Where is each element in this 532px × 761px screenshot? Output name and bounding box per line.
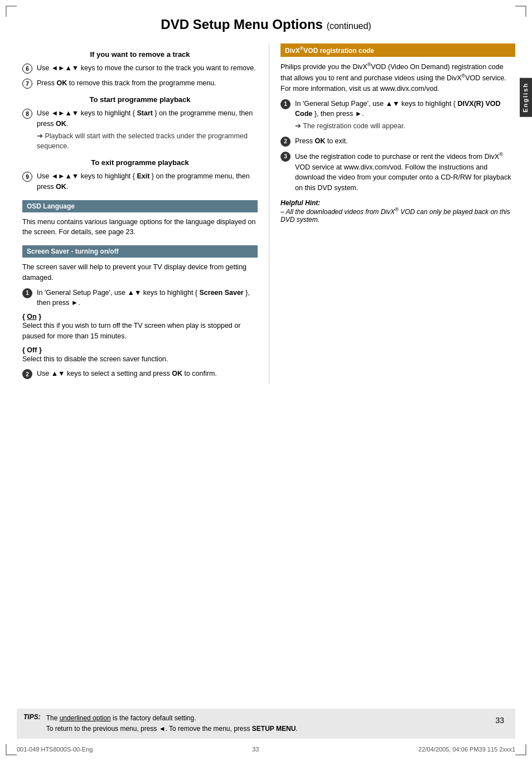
divx-intro-text: Philips provide you the DivX®VOD (Video … (280, 61, 515, 94)
item-8: 8 Use ◄►▲▼ keys to highlight { Start } o… (22, 108, 258, 152)
remove-track-title: If you want to remove a track (22, 50, 258, 59)
screensaver-item-2: 2 Use ▲▼ keys to select a setting and pr… (22, 369, 258, 379)
item-7-text: Press OK to remove this track from the p… (37, 78, 258, 89)
left-column: If you want to remove a track 6 Use ◄►▲▼… (22, 43, 269, 384)
exit-playback-title: To exit programme playback (22, 158, 258, 167)
tips-text-1: The underlined option is the factory def… (46, 714, 196, 722)
page-title: DVD Setup Menu Options (continued) (0, 17, 532, 32)
divx-item-3-number: 3 (280, 152, 291, 162)
item-6: 6 Use ◄►▲▼ keys to move the cursor to th… (22, 63, 258, 74)
off-option: { Off } Select this to disable the scree… (22, 346, 258, 365)
screensaver-item-1-number: 1 (22, 288, 32, 298)
divx-item-2-number: 2 (280, 137, 291, 147)
screensaver-item-2-text: Use ▲▼ keys to select a setting and pres… (37, 369, 258, 379)
page-wrapper: English DVD Setup Menu Options (continue… (0, 0, 532, 761)
page-footer: 001-049 HTS8000S-00-Eng 33 22/04/2005, 0… (17, 746, 515, 753)
osd-language-text: This menu contains various language opti… (22, 217, 258, 238)
page-title-continued: (continued) (327, 21, 371, 31)
on-option: { On } Select this if you wish to turn o… (22, 313, 258, 342)
item-7-number: 7 (22, 79, 32, 89)
item-8-number: 8 (22, 109, 32, 119)
right-column: DivX®VOD registration code Philips provi… (269, 43, 515, 384)
item-9-number: 9 (22, 172, 32, 182)
divx-item-1-number: 1 (280, 99, 291, 109)
item-6-text: Use ◄►▲▼ keys to move the cursor to the … (37, 63, 258, 74)
divx-item-2: 2 Press OK to exit. (280, 136, 515, 147)
divx-item-1-content: In 'General Setup Page', use ▲▼ keys to … (295, 99, 515, 132)
screensaver-item-1-text: In 'General Setup Page', use ▲▼ keys to … (37, 288, 258, 309)
divx-item-1-text: In 'General Setup Page', use ▲▼ keys to … (295, 100, 501, 118)
page-title-text: DVD Setup Menu Options (161, 17, 323, 32)
divx-item-3: 3 Use the registration code to purchase … (280, 151, 515, 193)
off-option-title: { Off } (22, 346, 258, 354)
divx-item-1: 1 In 'General Setup Page', use ▲▼ keys t… (280, 99, 515, 132)
on-option-title: { On } (22, 313, 258, 321)
item-9: 9 Use ◄►▲▼ keys to highlight { Exit } on… (22, 171, 258, 192)
divx-item-2-text: Press OK to exit. (295, 136, 515, 147)
page-number: 33 (495, 716, 504, 725)
tips-content: The underlined option is the factory def… (46, 713, 298, 734)
corner-bl (6, 744, 17, 755)
item-6-number: 6 (22, 64, 32, 74)
screensaver-item-1: 1 In 'General Setup Page', use ▲▼ keys t… (22, 288, 258, 309)
tips-text-2: To return to the previous menu, press ◄.… (46, 725, 298, 733)
corner-tl (6, 6, 17, 17)
footer-right: 22/04/2005, 04:06 PM39 115 2xxx1 (418, 746, 515, 753)
helpful-hint-title: Helpful Hint: (280, 199, 515, 207)
divx-item-1-note: ➔ The registration code will appear. (295, 121, 515, 132)
helpful-hint-text: – All the downloaded videos from DivX® V… (280, 207, 515, 224)
footer-center: 33 (252, 746, 259, 753)
helpful-hint: Helpful Hint: – All the downloaded video… (280, 199, 515, 224)
footer-left: 001-049 HTS8000S-00-Eng (17, 746, 93, 753)
item-7: 7 Press OK to remove this track from the… (22, 78, 258, 89)
item-8-text: Use ◄►▲▼ keys to highlight { Start } on … (37, 109, 253, 128)
divx-item-3-text: Use the registration code to purchase or… (295, 151, 515, 193)
content-area: If you want to remove a track 6 Use ◄►▲▼… (0, 43, 532, 384)
screensaver-header: Screen Saver - turning on/off (22, 245, 258, 258)
item-9-text: Use ◄►▲▼ keys to highlight { Exit } on t… (37, 171, 258, 192)
tips-underlined: underlined option (60, 714, 111, 722)
osd-language-header: OSD Language (22, 200, 258, 212)
corner-br (515, 744, 526, 755)
corner-tr (515, 6, 526, 17)
divx-header: DivX®VOD registration code (280, 43, 515, 57)
language-side-tab: English (520, 78, 532, 117)
screensaver-item-2-number: 2 (22, 369, 32, 379)
start-playback-title: To start programme playback (22, 95, 258, 104)
on-option-desc: Select this if you wish to turn off the … (22, 321, 258, 342)
off-option-desc: Select this to disable the screen saver … (22, 354, 258, 365)
tips-bar: TIPS: The underlined option is the facto… (17, 709, 515, 739)
item-8-content: Use ◄►▲▼ keys to highlight { Start } on … (37, 108, 258, 152)
tips-label: TIPS: (23, 713, 41, 734)
screensaver-intro-text: The screen saver will help to prevent yo… (22, 262, 258, 283)
item-8-note: ➔ Playback will start with the selected … (37, 131, 258, 152)
